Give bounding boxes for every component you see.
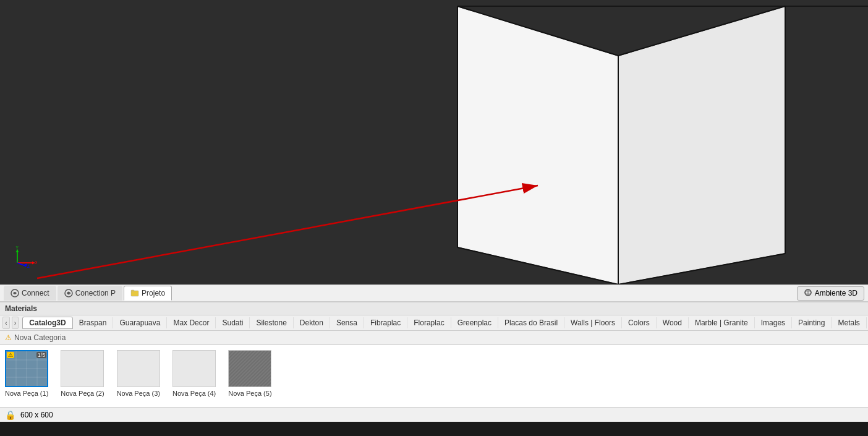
svg-text:Z: Z	[27, 264, 30, 268]
lock-icon: 🔒	[5, 410, 15, 420]
material-label-5: Nova Peça (5)	[228, 390, 271, 397]
material-thumb-3[interactable]	[117, 350, 160, 387]
material-thumb-2[interactable]	[61, 350, 104, 387]
catalog-tabs-bar: ‹ › Catalog3D Braspan Guarapuava Max Dec…	[0, 315, 868, 331]
tab-conection-p[interactable]: Conection P	[57, 286, 122, 301]
warning-triangle-icon: ⚠	[5, 333, 12, 342]
ambiente-3d-button[interactable]: Ambiente 3D	[797, 286, 864, 301]
materials-grid: ⚠ 1/5 Nova Peça (1) Nova Peça (2)	[0, 345, 868, 407]
tab-bar: Connect Conection P Projeto	[0, 284, 868, 302]
svg-marker-16	[32, 262, 35, 265]
status-dimensions: 600 x 600	[20, 411, 53, 419]
catalog-tab-metals[interactable]: Metals	[832, 317, 866, 328]
projeto-icon	[130, 289, 139, 297]
catalog-tab-catalog3d[interactable]: Catalog3D	[22, 317, 72, 329]
axis-indicator: X Y Z	[12, 246, 37, 272]
catalog-tab-max-decor[interactable]: Max Decor	[167, 317, 216, 328]
material-label-4: Nova Peça (4)	[172, 390, 216, 397]
status-bar: 🔒 600 x 600	[0, 407, 868, 422]
material-label-1: Nova Peça (1)	[5, 390, 48, 397]
connect-icon	[11, 289, 19, 297]
svg-marker-18	[16, 249, 19, 252]
warning-badge-1: ⚠	[7, 352, 14, 358]
material-thumb-1[interactable]: ⚠ 1/5	[5, 350, 48, 387]
materials-panel: Materials ‹ › Catalog3D Braspan Guarapua…	[0, 302, 868, 407]
conection-p-icon	[64, 289, 73, 297]
ambiente-icon	[804, 288, 812, 299]
catalog-tab-placas-brasil[interactable]: Placas do Brasil	[498, 317, 564, 328]
svg-rect-40	[229, 351, 271, 387]
tab-conection-p-label: Conection P	[75, 289, 116, 297]
catalog-tab-images[interactable]: Images	[755, 317, 792, 328]
material-thumb-5[interactable]	[228, 350, 271, 387]
ambiente-3d-label: Ambiente 3D	[815, 289, 857, 297]
catalog-tab-greenplac[interactable]: Greenplac	[451, 317, 498, 328]
catalog-tab-sensa[interactable]: Sensa	[330, 317, 364, 328]
material-item-5[interactable]: Nova Peça (5)	[228, 350, 271, 402]
catalog-tab-fibraplac[interactable]: Fibraplac	[364, 317, 407, 328]
catalog-tab-marble-granite[interactable]: Marble | Granite	[689, 317, 755, 328]
catalog-tab-walls-floors[interactable]: Walls | Floors	[564, 317, 622, 328]
tab-projeto-label: Projeto	[142, 289, 165, 297]
svg-rect-27	[131, 291, 138, 296]
materials-header: Materials	[0, 302, 868, 315]
catalog-tab-sudati[interactable]: Sudati	[216, 317, 250, 328]
catalog-tab-wood[interactable]: Wood	[657, 317, 689, 328]
nav-back-arrow[interactable]: ‹	[2, 317, 10, 329]
material-item-1[interactable]: ⚠ 1/5 Nova Peça (1)	[5, 350, 48, 402]
material-thumb-4[interactable]	[172, 350, 216, 387]
material-item-3[interactable]: Nova Peça (3)	[117, 350, 160, 402]
catalog-tab-braspan[interactable]: Braspan	[73, 317, 114, 328]
room-wireframe	[0, 0, 868, 284]
axis-svg: X Y Z	[12, 246, 37, 270]
nova-categoria-label: Nova Categoria	[14, 333, 66, 342]
svg-point-26	[67, 292, 70, 294]
catalog-tab-colors[interactable]: Colors	[622, 317, 657, 328]
tab-connect[interactable]: Connect	[4, 286, 56, 301]
material-item-2[interactable]: Nova Peça (2)	[61, 350, 104, 402]
nav-forward-arrow[interactable]: ›	[12, 317, 19, 329]
material-label-2: Nova Peça (2)	[61, 390, 104, 397]
svg-text:X: X	[35, 260, 37, 265]
3d-viewport[interactable]: X Y Z	[0, 0, 868, 284]
catalog-tab-guarapuava[interactable]: Guarapuava	[113, 317, 167, 328]
nova-categoria-bar: ⚠ Nova Categoria	[0, 331, 868, 345]
catalog-tab-painting[interactable]: Painting	[792, 317, 832, 328]
material-label-3: Nova Peça (3)	[117, 390, 160, 397]
material-item-4[interactable]: Nova Peça (4)	[172, 350, 216, 402]
catalog-tab-silestone[interactable]: Silestone	[250, 317, 293, 328]
svg-text:Y: Y	[16, 246, 19, 250]
svg-rect-28	[131, 290, 134, 291]
tab-connect-label: Connect	[22, 289, 49, 297]
page-badge-1: 1/5	[36, 352, 47, 358]
catalog-tab-floraplac[interactable]: Floraplac	[407, 317, 451, 328]
catalog-tab-dekton[interactable]: Dekton	[294, 317, 330, 328]
tab-projeto[interactable]: Projeto	[124, 286, 172, 301]
